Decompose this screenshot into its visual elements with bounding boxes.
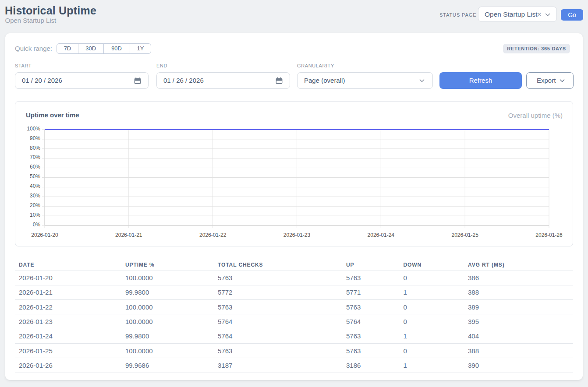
svg-text:70%: 70% [30,154,40,160]
svg-text:0%: 0% [33,222,41,228]
svg-text:2026-01-25: 2026-01-25 [452,232,479,238]
svg-text:2026-01-21: 2026-01-21 [115,232,142,238]
svg-text:30%: 30% [30,193,40,199]
svg-text:90%: 90% [30,135,40,141]
svg-text:2026-01-22: 2026-01-22 [199,232,227,238]
svg-text:50%: 50% [30,173,40,179]
svg-text:2026-01-26: 2026-01-26 [535,232,563,238]
svg-text:40%: 40% [30,183,40,189]
svg-text:20%: 20% [30,202,40,208]
svg-text:2026-01-20: 2026-01-20 [31,232,58,238]
svg-text:2026-01-23: 2026-01-23 [283,232,311,238]
svg-text:80%: 80% [30,145,40,151]
svg-text:10%: 10% [30,212,40,218]
svg-text:100%: 100% [27,126,40,132]
svg-text:60%: 60% [30,164,40,170]
svg-text:2026-01-24: 2026-01-24 [368,232,395,238]
